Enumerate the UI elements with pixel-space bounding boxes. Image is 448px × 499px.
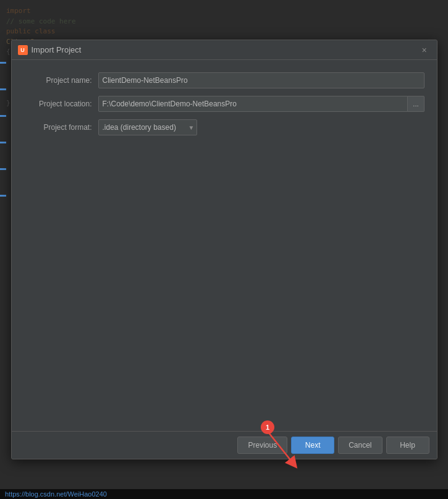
annotation-circle-1: 1 — [261, 420, 274, 434]
project-name-label: Project name: — [24, 76, 98, 85]
import-project-dialog: U Import Project × Project name: Project… — [11, 40, 437, 459]
dialog-footer: Previous Next Cancel Help — [12, 431, 437, 459]
project-location-label: Project location: — [24, 100, 98, 108]
project-format-select-wrapper: .idea (directory based) .iml (file based… — [98, 119, 197, 135]
dialog-title: Import Project — [32, 45, 82, 54]
dialog-titlebar: U Import Project × — [12, 40, 437, 60]
browse-button[interactable]: ... — [408, 96, 424, 112]
project-location-input[interactable] — [98, 96, 408, 112]
project-format-label: Project format: — [24, 123, 98, 132]
project-location-row: Project location: ... — [24, 96, 425, 112]
cancel-button[interactable]: Cancel — [338, 437, 382, 454]
app-logo: U — [18, 45, 28, 55]
dialog-body: Project name: Project location: ... Proj… — [12, 60, 437, 431]
close-button[interactable]: × — [418, 44, 431, 56]
project-location-field-group: ... — [98, 96, 425, 112]
project-format-row: Project format: .idea (directory based) … — [24, 119, 425, 135]
watermark-url: https://blog.csdn.net/WeiHao0240 — [0, 489, 448, 499]
project-format-select[interactable]: .idea (directory based) .iml (file based… — [98, 119, 197, 135]
project-name-row: Project name: — [24, 72, 425, 88]
next-button[interactable]: Next — [291, 437, 334, 454]
project-name-input[interactable] — [98, 72, 425, 88]
help-button[interactable]: Help — [386, 437, 429, 454]
titlebar-left: U Import Project — [18, 45, 82, 55]
dialog-overlay: U Import Project × Project name: Project… — [0, 0, 448, 499]
previous-button[interactable]: Previous — [237, 437, 287, 454]
